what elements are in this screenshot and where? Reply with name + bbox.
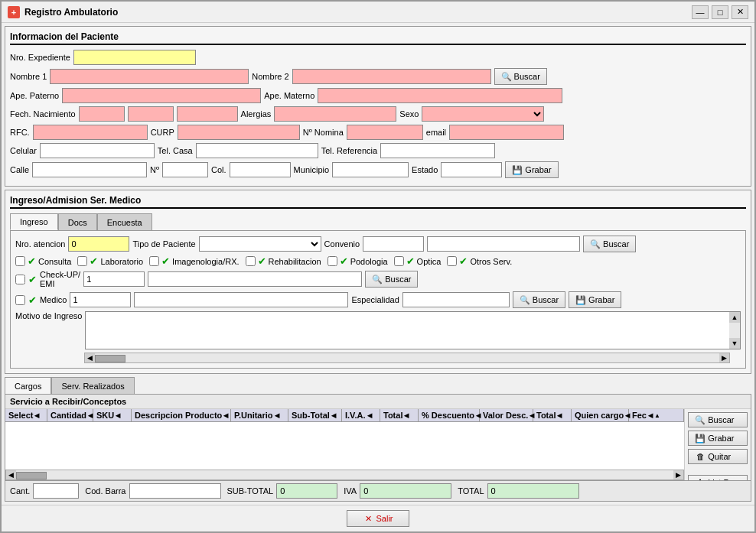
imagenologia-check-item: ✔ Imagenologia/RX. — [149, 255, 239, 267]
motivo-scrollbar-v[interactable]: ▲ ▼ — [729, 312, 740, 349]
th-quien-cargo[interactable]: Quien cargo◀ — [572, 409, 629, 421]
optica-checkbox[interactable] — [394, 256, 404, 266]
ape-paterno-input[interactable] — [62, 88, 261, 103]
rfc-input[interactable] — [33, 125, 148, 140]
otros-checkbox[interactable] — [447, 256, 457, 266]
grabar-ingreso-button[interactable]: 💾 Grabar — [569, 291, 621, 308]
cod-barra-input[interactable] — [129, 483, 221, 499]
tab-ingreso[interactable]: Ingreso — [10, 213, 58, 230]
checkup-checkbox[interactable] — [15, 275, 25, 284]
th-valor-desc[interactable]: Valor Desc.◀ — [480, 409, 533, 421]
title-bar: + Registro Ambulatorio — □ ✕ — [2, 2, 754, 23]
motivo-scrollbar-h[interactable]: ◀ ▶ — [84, 353, 730, 363]
close-button[interactable]: ✕ — [732, 5, 748, 19]
medico-input1[interactable] — [70, 292, 131, 307]
estado-input[interactable] — [441, 162, 502, 177]
grabar-cargos-button[interactable]: 💾 Grabar — [688, 431, 748, 446]
especialidad-input[interactable] — [402, 292, 510, 307]
ape-materno-input[interactable] — [318, 88, 562, 103]
th-descripcion[interactable]: Descripcion Producto◀ — [132, 409, 231, 421]
tel-casa-input[interactable] — [196, 143, 318, 158]
tab-cargos[interactable]: Cargos — [5, 377, 51, 394]
th-iva[interactable]: I.V.A.◀ — [342, 409, 380, 421]
celular-input[interactable] — [40, 143, 155, 158]
tipo-paciente-select[interactable] — [199, 236, 321, 252]
fech-nac-input1[interactable] — [79, 106, 125, 122]
tel-ref-input[interactable] — [380, 143, 495, 158]
th-sku[interactable]: SKU◀ — [93, 409, 132, 421]
grabar-cargos-label: Grabar — [708, 434, 734, 443]
nombre1-input[interactable] — [50, 69, 249, 84]
th-punitario[interactable]: P.Unitario◀ — [231, 409, 288, 421]
checkup-input2[interactable] — [148, 271, 362, 287]
table-scrollbar-h[interactable]: ◀ ▶ — [5, 470, 684, 480]
th-select[interactable]: Select◀ — [5, 409, 47, 421]
podologia-checkbox[interactable] — [327, 256, 337, 266]
footer: ✕ Salir — [2, 505, 754, 531]
th-cantidad[interactable]: Cantidad◀ — [47, 409, 93, 421]
fech-nac-input2[interactable] — [128, 106, 174, 122]
motivo-textarea[interactable] — [86, 312, 729, 349]
email-input[interactable] — [449, 125, 564, 140]
calle-input[interactable] — [32, 162, 147, 177]
imagenologia-checkbox[interactable] — [149, 256, 159, 266]
tipo-paciente-label: Tipo de Paciente — [132, 239, 195, 249]
curp-input[interactable] — [178, 125, 300, 140]
quitar-button[interactable]: 🗑 Quitar — [688, 449, 748, 464]
table-body[interactable] — [5, 422, 684, 470]
cant-label: Cant. — [10, 486, 30, 496]
convenio-desc-input[interactable] — [427, 236, 580, 252]
buscar-medico-label: Buscar — [533, 295, 559, 304]
atencion-row: Nro. atencion Tipo de Paciente Convenio … — [15, 236, 741, 252]
cant-item: Cant. — [10, 483, 79, 499]
nro-atencion-input[interactable] — [68, 236, 129, 252]
total-item: TOTAL 0 — [458, 483, 578, 499]
checkup-row: ✔ Check-UP/ EMI 🔍 Buscar — [15, 270, 741, 288]
laboratorio-checkbox[interactable] — [77, 256, 87, 266]
col-input[interactable] — [230, 162, 291, 177]
cargos-right-buttons: 🔍 Buscar 💾 Grabar 🗑 Quitar ℹ — [684, 409, 751, 480]
tab-docs[interactable]: Docs — [58, 213, 97, 230]
grabar-label: Grabar — [525, 165, 551, 174]
tab-serv-realizados[interactable]: Serv. Realizados — [51, 377, 134, 394]
municipio-label: Municipio — [294, 165, 329, 174]
expediente-input[interactable] — [73, 50, 196, 65]
nacimiento-row: Fech. Nacimiento Alergias Sexo — [10, 106, 746, 122]
cant-input[interactable] — [33, 483, 79, 499]
app-icon: + — [8, 6, 20, 18]
buscar-checkup-button[interactable]: 🔍 Buscar — [365, 271, 418, 288]
search-icon5: 🔍 — [695, 414, 705, 425]
estado-label: Estado — [412, 165, 438, 174]
buscar-medico-button[interactable]: 🔍 Buscar — [513, 291, 565, 308]
rfc-row: RFC. CURP Nº Nomina email — [10, 125, 746, 140]
th-total[interactable]: Total◀ — [380, 409, 419, 421]
cargos-table: Select◀ Cantidad◀ SKU◀ Descripcion Produ… — [5, 409, 684, 480]
tab-encuesta[interactable]: Encuesta — [97, 213, 152, 230]
rehabilitacion-checkbox[interactable] — [246, 256, 256, 266]
grabar-paciente-button[interactable]: 💾 Grabar — [505, 161, 558, 178]
th-fec[interactable]: Fec◀▲ — [629, 409, 684, 421]
buscar-cargos-label: Buscar — [708, 415, 734, 424]
consulta-checkbox[interactable] — [15, 256, 25, 266]
nombre2-input[interactable] — [292, 69, 491, 84]
maximize-button[interactable]: □ — [712, 5, 728, 19]
alergias-input[interactable] — [274, 106, 396, 122]
list-prec-button[interactable]: ℹ List Prec — [688, 475, 748, 480]
buscar-paciente-button[interactable]: 🔍 Buscar — [494, 68, 547, 85]
th-descuento[interactable]: % Descuento◀ — [419, 409, 480, 421]
nomina-input[interactable] — [347, 125, 423, 140]
th-subtotal[interactable]: Sub-Total◀ — [288, 409, 342, 421]
minimize-button[interactable]: — — [692, 5, 709, 19]
fech-nac-input3[interactable] — [177, 106, 238, 122]
no-input[interactable] — [162, 162, 208, 177]
salir-button[interactable]: ✕ Salir — [347, 510, 409, 527]
buscar-convenio-button[interactable]: 🔍 Buscar — [583, 236, 636, 252]
medico-checkbox[interactable] — [15, 295, 25, 305]
sexo-select[interactable] — [422, 106, 544, 122]
medico-input2[interactable] — [134, 292, 348, 307]
municipio-input[interactable] — [332, 162, 409, 177]
convenio-input[interactable] — [363, 236, 424, 252]
th-total2[interactable]: Total◀ — [533, 409, 572, 421]
checkup-input1[interactable] — [83, 271, 145, 287]
buscar-cargos-button[interactable]: 🔍 Buscar — [688, 412, 748, 427]
